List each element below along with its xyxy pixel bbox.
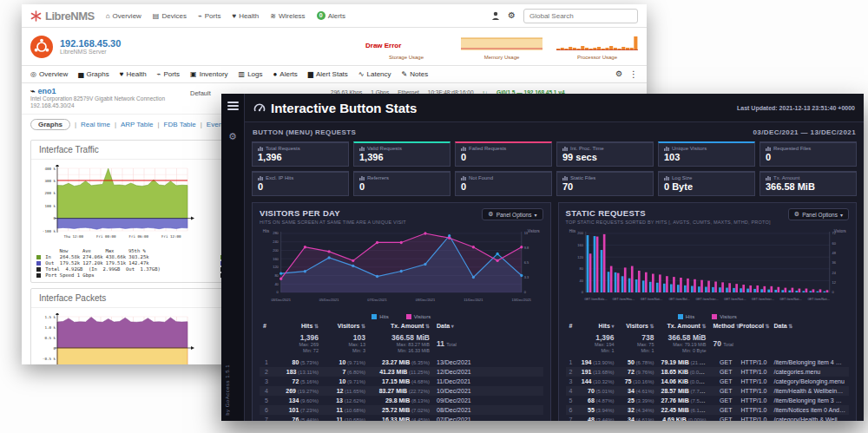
legend-item-visitors[interactable]: Visitors <box>406 314 431 319</box>
table-row[interactable]: 372 (5.16%)10 (9.71%)17.15 MiB (4.68%)11… <box>260 377 543 386</box>
tab-alert-stats[interactable]: ▆Alert Stats <box>308 70 348 78</box>
nav-item-ports[interactable]: ⌁Ports <box>198 11 221 20</box>
tab-logs[interactable]: ▥Logs <box>239 70 263 78</box>
date-range: 03/DEC/2021 — 13/DEC/2021 <box>753 128 856 136</box>
stat-card-unique-visitors[interactable]: Unique Visitors103 <box>658 141 755 167</box>
column-header-data[interactable]: Data ▾ <box>433 321 543 331</box>
latency-icon: ∿ <box>358 70 365 78</box>
nav-item-health[interactable]: ♥Health <box>232 11 259 20</box>
interface-traffic-graph[interactable]: 400 k300 k200 k100 k0-100 kThu 12:00Fri … <box>36 165 201 279</box>
svg-text:Thu 12:00: Thu 12:00 <box>63 234 83 239</box>
header-label: Data <box>437 323 450 329</box>
column-header-protocol[interactable]: Protocol ⇅ <box>736 321 771 331</box>
menu-hamburger-icon[interactable] <box>227 102 239 112</box>
tab-alerts[interactable]: ●Alerts <box>273 70 297 78</box>
tab-health[interactable]: ♥Health <box>120 70 147 78</box>
stat-card-static-files[interactable]: Static Files70 <box>556 171 654 196</box>
stat-card-tx-amount[interactable]: Tx. Amount366.58 MiB <box>760 171 857 196</box>
device-settings-gear-icon[interactable] <box>615 69 622 79</box>
percent: (0.00%) <box>687 417 707 421</box>
legend-text: Total 4.92GB (In 2.99GB Out 1.37GB) <box>43 266 161 272</box>
table-row[interactable]: 3144 (10.32%)75 (10.16%)14.06 KiB (0.00%… <box>566 377 850 386</box>
subtab-real-time[interactable]: Real time <box>81 121 110 128</box>
nav-item-wireless[interactable]: ≋Wireless <box>270 11 305 20</box>
summary-subvalue: Min: 16.33 MiB <box>372 348 430 354</box>
port-name-link[interactable]: ⌁ eno1 <box>30 87 178 95</box>
tab-notes[interactable]: ✎Notes <box>402 70 429 78</box>
table-row[interactable]: 6101 (7.23%)11 (10.68%)25.72 MiB (7.02%)… <box>260 405 543 415</box>
tab-inventory[interactable]: ▣Inventory <box>190 70 227 78</box>
device-ip-link[interactable]: 192.168.45.30 <box>60 38 121 49</box>
stat-card-int-proc-time[interactable]: Int. Proc. Time99 secs <box>556 141 654 167</box>
panel-titles: VISITORS PER DAY HITS ON SAME SCREEN AT … <box>260 208 406 225</box>
device-hostname: LibreNMS Server <box>60 49 121 55</box>
interface-packets-graph[interactable]: 1.5 k1.0 k0.5 k0-0.5 k-1.0 k-1.5 kThu 12… <box>36 313 201 364</box>
processor-usage-graph[interactable]: Processor Usage <box>556 33 638 60</box>
value: 183 <box>286 369 297 375</box>
stat-card-log-size[interactable]: Log Size0 Byte <box>658 171 755 196</box>
stat-card-valid-requests[interactable]: Valid Requests1,396 <box>353 141 450 167</box>
stat-card-failed-requests[interactable]: Failed Requests0 <box>455 141 552 167</box>
table-row[interactable]: 5134 (9.60%)13 (12.62%)29.8 MiB (8.13%)0… <box>260 396 543 405</box>
table-row[interactable]: 180 (5.73%)10 (9.71%)23.27 MiB (6.35%)13… <box>260 358 543 367</box>
panel-options-button[interactable]: Panel Options <box>482 208 542 220</box>
cell-index: 6 <box>260 405 272 415</box>
table-row[interactable]: 568 (4.87%)25 (3.39%)27.76 MiB (7.57%)GE… <box>566 396 850 405</box>
tab-latency[interactable]: ∿Latency <box>358 70 391 78</box>
stat-card-requested-files[interactable]: Requested Files0 <box>760 141 857 167</box>
value: 194 <box>582 359 592 365</box>
legend-item-visitors[interactable]: Visitors <box>712 314 737 319</box>
column-header-method[interactable]: Method ⇅ <box>710 321 736 331</box>
nav-item-alerts[interactable]: 0Alerts <box>317 11 345 20</box>
stat-card-excl-ip-hits[interactable]: Excl. IP Hits0 <box>252 171 349 196</box>
table-row[interactable]: 655 (3.94%)32 (4.34%)22.45 MiB (6.12%)GE… <box>566 405 850 415</box>
summary-subvalue: Max: 269 <box>275 342 319 348</box>
table-row[interactable]: 1194 (13.90%)50 (6.78%)79.19 MiB (21.60%… <box>566 358 850 367</box>
stat-card-label: Log Size <box>664 175 749 180</box>
summary-cell: 11 Total <box>433 331 543 358</box>
table-row[interactable]: 2183 (13.11%)7 (6.80%)41.23 MiB (11.25%)… <box>260 367 543 377</box>
table-row[interactable]: 470 (5.01%)34 (4.61%)28.57 MiB (7.79%)GE… <box>566 386 850 396</box>
device-more-kebab-icon[interactable] <box>629 69 638 79</box>
subtab-graphs[interactable]: Graphs <box>30 119 70 130</box>
percent: (3.94%) <box>595 408 615 413</box>
nav-item-devices[interactable]: ▤Devices <box>153 11 187 20</box>
global-search-input[interactable] <box>523 9 638 23</box>
table-row[interactable]: 776 (5.44%)11 (10.68%)16.33 MiB (4.45%)0… <box>260 415 543 421</box>
column-header-tx-amount[interactable]: Tx. Amount ⇅ <box>658 321 710 331</box>
column-header-tx-amount[interactable]: Tx. Amount ⇅ <box>369 321 433 331</box>
panel-options-button[interactable]: Panel Options <box>788 208 849 220</box>
column-header-visitors[interactable]: Visitors ⇅ <box>322 321 369 331</box>
column-header-hits[interactable]: Hits ⇅ <box>272 321 322 331</box>
nav-item-overview[interactable]: ⌂Overview <box>106 11 141 20</box>
ubuntu-logo-icon <box>30 36 53 58</box>
stats-settings-gear-icon[interactable] <box>228 131 237 142</box>
table-row[interactable]: 4269 (19.27%)12 (11.65%)83.27 MiB (22.72… <box>260 386 543 396</box>
user-icon[interactable] <box>491 11 500 20</box>
table-row[interactable]: 2191 (13.68%)72 (9.76%)18.65 KiB (0.00%)… <box>566 367 850 377</box>
tab-graphs[interactable]: ▅Graphs <box>78 70 108 78</box>
stat-card-referrers[interactable]: Referrers0 <box>353 171 450 196</box>
settings-gear-icon[interactable] <box>508 11 516 20</box>
svg-text:240: 240 <box>273 239 279 244</box>
subtab-arp-table[interactable]: ARP Table <box>121 121 154 128</box>
svg-text:Hits: Hits <box>263 229 270 233</box>
librenms-logo[interactable]: LibreNMS <box>30 10 95 23</box>
legend-item-hits[interactable]: Hits <box>678 314 694 319</box>
legend-item-hits[interactable]: Hits <box>372 314 388 319</box>
table-row[interactable]: 748 (3.44%)34 (4.61%)4.69 KiB (0.00%)GET… <box>566 415 850 421</box>
svg-text:Fri 06:00: Fri 06:00 <box>128 234 148 239</box>
legend-label: Visitors <box>720 314 737 319</box>
memory-usage-graph[interactable]: Memory Usage <box>461 33 542 60</box>
tab-ports[interactable]: ⌁Ports <box>157 70 181 78</box>
stat-card-not-found[interactable]: Not Found0 <box>455 171 552 196</box>
column-header-hits[interactable]: Hits ▾ <box>576 321 618 331</box>
stat-card-label: Requested Files <box>766 146 851 151</box>
storage-usage-graph[interactable]: Draw Error Storage Usage <box>365 36 447 60</box>
subtab-fdb-table[interactable]: FDB Table <box>164 121 196 128</box>
stat-card-total-requests[interactable]: Total Requests1,396 <box>252 141 349 167</box>
value: 27.76 MiB <box>661 397 689 403</box>
column-header-visitors[interactable]: Visitors ⇅ <box>618 321 658 331</box>
column-header-data[interactable]: Data ⇅ <box>771 321 850 331</box>
tab-overview[interactable]: ◎Overview <box>30 70 68 78</box>
